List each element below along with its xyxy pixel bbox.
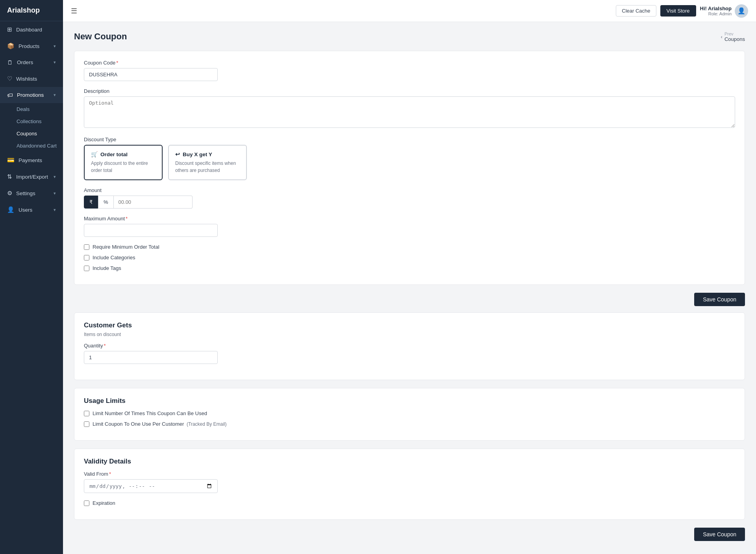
- valid-from-input[interactable]: [84, 479, 218, 493]
- customer-gets-subtext: Items on discount: [84, 332, 735, 337]
- chevron-icon: ▾: [54, 60, 56, 65]
- sidebar-sub-deals[interactable]: Deals: [17, 103, 63, 115]
- customer-gets-heading: Customer Gets: [84, 321, 735, 329]
- sidebar-item-orders[interactable]: 🗒 Orders ▾: [0, 54, 63, 70]
- validity-fields: Valid From* Expiration: [84, 471, 735, 506]
- discount-card-order-total[interactable]: 🛒 Order total Apply discount to the enti…: [84, 145, 163, 180]
- visit-store-button[interactable]: Visit Store: [660, 5, 696, 17]
- topbar-right: Clear Cache Visit Store Hi! Arialshop Ro…: [616, 4, 748, 18]
- chevron-icon: ▾: [54, 92, 56, 98]
- coupon-code-input[interactable]: [84, 68, 218, 81]
- currency-button[interactable]: ₹: [84, 196, 98, 209]
- sidebar-item-wishlists[interactable]: ♡ Wishlists: [0, 70, 63, 87]
- require-min-order-label: Require Minimum Order Total: [93, 244, 159, 250]
- discount-cards: 🛒 Order total Apply discount to the enti…: [84, 145, 735, 180]
- user-text: Hi! Arialshop Role: Admin: [700, 6, 732, 16]
- validity-section: Validity Details Valid From* Expiration: [74, 449, 745, 520]
- max-amount-group: Maximum Amount*: [84, 216, 735, 237]
- amount-input[interactable]: [114, 196, 193, 209]
- max-amount-input[interactable]: [84, 224, 218, 237]
- sidebar-item-settings[interactable]: ⚙ Settings ▾: [0, 185, 63, 201]
- import-export-icon: ⇅: [7, 173, 12, 180]
- menu-toggle-button[interactable]: ☰: [71, 7, 77, 15]
- coupon-code-group: Coupon Code*: [84, 60, 735, 81]
- products-icon: 📦: [7, 42, 15, 50]
- description-textarea[interactable]: [84, 96, 735, 128]
- description-label: Description: [84, 88, 735, 94]
- chevron-icon: ▾: [54, 191, 56, 196]
- order-total-icon: 🛒: [91, 151, 98, 157]
- require-min-order-checkbox[interactable]: [84, 244, 89, 250]
- save-coupon-wrap-2: Save Coupon: [74, 528, 745, 541]
- page-header: New Coupon ‹ Prev Coupons: [74, 31, 745, 42]
- sidebar-item-promotions[interactable]: 🏷 Promotions ▾: [0, 87, 63, 103]
- quantity-label: Quantity*: [84, 343, 735, 349]
- tracked-by-label: (Tracked By Email): [187, 421, 227, 427]
- limit-one-use-checkbox[interactable]: [84, 421, 89, 427]
- chevron-icon: ▾: [54, 174, 56, 179]
- discount-type-label: Discount Type: [84, 137, 735, 142]
- settings-icon: ⚙: [7, 190, 12, 197]
- sidebar-sub-collections[interactable]: Collections: [17, 115, 63, 127]
- validity-heading: Validity Details: [84, 458, 735, 465]
- include-categories-label: Include Categories: [93, 255, 135, 260]
- sidebar-sub-abandoned-cart[interactable]: Abandonned Cart: [17, 140, 63, 152]
- order-total-desc: Apply discount to the entire order total: [91, 160, 156, 174]
- include-tags-checkbox[interactable]: [84, 266, 89, 271]
- expiration-checkbox[interactable]: [84, 500, 89, 506]
- user-role: Role: Admin: [700, 11, 732, 16]
- discount-card-buy-get-y[interactable]: ↩ Buy X get Y Discount specific items wh…: [168, 145, 247, 180]
- breadcrumb[interactable]: ‹ Prev Coupons: [721, 31, 745, 42]
- sidebar-item-import-export[interactable]: ⇅ Import/Export ▾: [0, 168, 63, 185]
- payments-icon: 💳: [7, 157, 15, 164]
- include-tags-row: Include Tags: [84, 265, 735, 271]
- require-min-order-row: Require Minimum Order Total: [84, 244, 735, 250]
- users-icon: 👤: [7, 206, 15, 213]
- chevron-icon: ▾: [54, 44, 56, 49]
- include-categories-row: Include Categories: [84, 255, 735, 260]
- save-coupon-wrap-1: Save Coupon: [74, 293, 745, 306]
- dashboard-icon: ⊞: [7, 26, 12, 33]
- sidebar-item-payments[interactable]: 💳 Payments: [0, 152, 63, 168]
- promotions-icon: 🏷: [7, 92, 13, 98]
- include-categories-checkbox[interactable]: [84, 255, 89, 260]
- sidebar-item-users[interactable]: 👤 Users ▾: [0, 201, 63, 218]
- include-tags-label: Include Tags: [93, 265, 121, 271]
- percent-button[interactable]: %: [98, 196, 114, 209]
- save-coupon-button-1[interactable]: Save Coupon: [694, 293, 745, 306]
- sidebar: Arialshop ⊞ Dashboard 📦 Products ▾ 🗒 Ord…: [0, 0, 63, 554]
- discount-type-group: Discount Type 🛒 Order total Apply discou…: [84, 137, 735, 180]
- topbar-left: ☰: [71, 7, 77, 15]
- limit-one-use-label: Limit Coupon To One Use Per Customer (Tr…: [93, 421, 227, 427]
- amount-group: Amount ₹ %: [84, 187, 735, 209]
- page-title: New Coupon: [74, 31, 127, 42]
- topbar: ☰ Clear Cache Visit Store Hi! Arialshop …: [63, 0, 756, 22]
- brand-logo: Arialshop: [0, 0, 63, 21]
- buy-get-y-title: ↩ Buy X get Y: [175, 151, 240, 157]
- limit-times-row: Limit Number Of Times This Coupon Can Be…: [84, 410, 735, 416]
- usage-checkboxes: Limit Number Of Times This Coupon Can Be…: [84, 410, 735, 427]
- limit-one-use-row: Limit Coupon To One Use Per Customer (Tr…: [84, 421, 735, 427]
- clear-cache-button[interactable]: Clear Cache: [616, 5, 656, 17]
- main-layout: ☰ Clear Cache Visit Store Hi! Arialshop …: [63, 0, 756, 554]
- sidebar-sub-coupons[interactable]: Coupons: [17, 127, 63, 140]
- customer-gets-section: Customer Gets Items on discount Quantity…: [74, 312, 745, 380]
- chevron-icon: ▾: [54, 207, 56, 212]
- avatar: 👤: [735, 4, 748, 18]
- sidebar-item-dashboard[interactable]: ⊞ Dashboard: [0, 21, 63, 38]
- chevron-left-icon: ‹: [721, 34, 723, 40]
- amount-row: ₹ %: [84, 196, 735, 209]
- limit-times-checkbox[interactable]: [84, 411, 89, 416]
- breadcrumb-link: Coupons: [724, 36, 745, 42]
- quantity-input[interactable]: [84, 351, 218, 364]
- buy-get-y-icon: ↩: [175, 151, 180, 157]
- save-coupon-button-2[interactable]: Save Coupon: [694, 528, 745, 541]
- user-greeting: Hi! Arialshop: [700, 6, 732, 11]
- quantity-group: Quantity*: [84, 343, 735, 364]
- sidebar-item-products[interactable]: 📦 Products ▾: [0, 38, 63, 54]
- buy-get-y-desc: Discount specific items when others are …: [175, 160, 240, 174]
- promotions-submenu: Deals Collections Coupons Abandonned Car…: [0, 103, 63, 152]
- main-content: New Coupon ‹ Prev Coupons Coupon Code*: [63, 22, 756, 554]
- expiration-label: Expiration: [93, 500, 115, 506]
- valid-from-label: Valid From*: [84, 471, 735, 477]
